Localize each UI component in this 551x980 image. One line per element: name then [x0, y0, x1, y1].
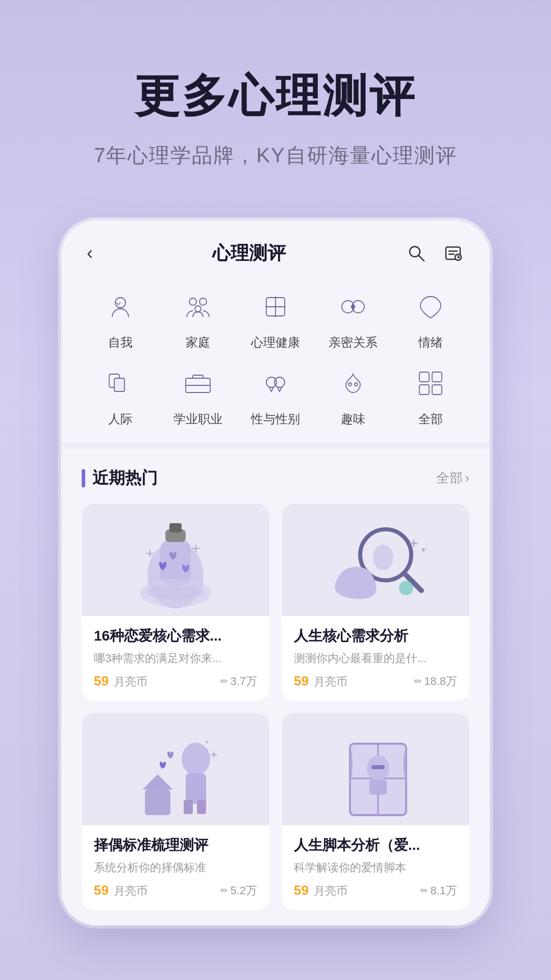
category-interpersonal[interactable]: 人际	[82, 363, 159, 427]
search-icon[interactable]	[405, 242, 428, 264]
svg-point-48	[182, 743, 210, 775]
pencil-icon-1: ✏	[220, 676, 228, 687]
category-relationship[interactable]: 亲密关系	[314, 286, 392, 351]
pencil-icon-3: ✏	[220, 885, 228, 896]
card-2-footer: 59 月亮币 ✏ 18.8万	[294, 673, 457, 690]
card-3-count: ✏ 5.2万	[220, 883, 257, 898]
svg-point-45	[373, 545, 393, 570]
card-4-price: 59	[294, 883, 309, 898]
card-2-price-unit: 月亮币	[314, 675, 347, 688]
category-family[interactable]: 家庭	[159, 286, 237, 351]
hero-title: 更多心理测评	[31, 71, 520, 121]
svg-point-46	[399, 581, 413, 595]
card-4-footer: 59 月亮币 ✏ 8.1万	[294, 883, 457, 899]
svg-rect-28	[419, 385, 429, 395]
card-2-count: ✏ 18.8万	[414, 674, 457, 689]
card-1-title: 16种恋爱核心需求...	[94, 626, 257, 646]
pencil-icon-2: ✏	[414, 676, 422, 687]
svg-rect-49	[186, 773, 206, 804]
category-emotion-label: 情绪	[418, 334, 443, 351]
svg-rect-26	[419, 372, 429, 382]
family-icon	[178, 286, 218, 327]
svg-line-1	[419, 256, 424, 261]
category-all-label: 全部	[418, 411, 443, 427]
card-4-title: 人生脚本分析（爱...	[294, 836, 457, 855]
relationship-icon	[333, 286, 373, 327]
nav-icons	[405, 242, 464, 264]
category-all[interactable]: 全部	[392, 363, 469, 427]
svg-rect-29	[432, 385, 442, 395]
category-family-label: 家庭	[186, 334, 210, 351]
svg-rect-61	[369, 779, 387, 795]
svg-rect-33	[169, 523, 182, 532]
card-4-body: 人生脚本分析（爱... 科学解读你的爱情脚本 59 月亮币 ✏ 8.1万	[282, 825, 469, 910]
card-1[interactable]: 16种恋爱核心需求... 哪3种需求的满足对你来... 59 月亮币 ✏ 3.7…	[82, 504, 269, 701]
hot-all-button[interactable]: 全部 ›	[436, 469, 469, 487]
svg-point-22	[266, 377, 277, 387]
svg-rect-51	[197, 800, 206, 814]
category-mental-health-label: 心理健康	[251, 334, 300, 351]
category-interpersonal-label: 人际	[108, 411, 133, 427]
card-1-desc: 哪3种需求的满足对你来...	[94, 651, 257, 666]
mental-health-icon	[255, 286, 296, 327]
svg-point-17	[351, 305, 355, 309]
svg-rect-47	[145, 790, 170, 815]
card-1-count: ✏ 3.7万	[220, 674, 257, 689]
category-gender[interactable]: 性与性别	[237, 363, 314, 427]
card-2-title: 人生核心需求分析	[294, 626, 457, 646]
pencil-icon-4: ✏	[420, 885, 428, 896]
svg-rect-27	[432, 372, 442, 382]
card-3-image	[82, 713, 269, 825]
svg-rect-62	[371, 765, 385, 769]
card-1-price-unit: 月亮币	[114, 675, 147, 688]
cards-grid: 16种恋爱核心需求... 哪3种需求的满足对你来... 59 月亮币 ✏ 3.7…	[82, 504, 469, 910]
category-emotion[interactable]: 情绪	[392, 286, 469, 351]
card-1-footer: 59 月亮币 ✏ 3.7万	[94, 673, 257, 690]
card-2-desc: 测测你内心最看重的是什...	[294, 651, 457, 666]
svg-rect-19	[114, 378, 124, 391]
card-4-price-unit: 月亮币	[314, 885, 347, 897]
svg-point-24	[348, 383, 352, 386]
card-4-desc: 科学解读你的爱情脚本	[294, 860, 457, 875]
hot-section: 近期热门 全部 ›	[61, 449, 490, 925]
card-3-price: 59	[94, 883, 109, 898]
hero-section: 更多心理测评 7年心理学品牌，KY自研海量心理测评	[0, 0, 551, 210]
category-mental-health[interactable]: 心理健康	[237, 286, 314, 351]
category-section: 自我 家庭 心理健康	[61, 276, 490, 443]
category-interest-label: 趣味	[341, 411, 365, 427]
category-grid: 自我 家庭 心理健康	[82, 286, 469, 427]
gender-icon	[255, 363, 296, 404]
category-self[interactable]: 自我	[82, 286, 159, 351]
hot-header: 近期热门 全部 ›	[82, 467, 469, 489]
category-interest[interactable]: 趣味	[314, 363, 392, 427]
hot-title-wrap: 近期热门	[82, 467, 158, 489]
card-1-price: 59	[94, 673, 109, 689]
card-3-price-unit: 月亮币	[114, 885, 147, 897]
svg-point-10	[199, 298, 207, 305]
card-3-desc: 系统分析你的择偶标准	[94, 860, 257, 875]
nav-bar: ‹ 心理测评	[61, 220, 490, 276]
back-button[interactable]: ‹	[87, 242, 93, 264]
card-4[interactable]: 人生脚本分析（爱... 科学解读你的爱情脚本 59 月亮币 ✏ 8.1万	[282, 713, 469, 910]
card-2-image	[282, 504, 469, 616]
card-3-body: 择偶标准梳理测评 系统分析你的择偶标准 59 月亮币 ✏ 5.2万	[82, 825, 269, 910]
grid-icon	[410, 363, 451, 404]
interest-icon	[333, 363, 373, 404]
card-1-body: 16种恋爱核心需求... 哪3种需求的满足对你来... 59 月亮币 ✏ 3.7…	[82, 616, 269, 701]
emotion-icon	[410, 286, 451, 327]
svg-point-11	[195, 306, 201, 312]
card-2-body: 人生核心需求分析 测测你内心最看重的是什... 59 月亮币 ✏ 18.8万	[282, 616, 469, 701]
card-3[interactable]: 择偶标准梳理测评 系统分析你的择偶标准 59 月亮币 ✏ 5.2万	[82, 713, 269, 910]
history-icon[interactable]	[442, 242, 464, 264]
card-2-price: 59	[294, 673, 309, 689]
svg-point-25	[355, 383, 358, 386]
category-self-label: 自我	[108, 334, 133, 351]
phone-mockup: ‹ 心理测评	[61, 220, 490, 925]
hero-subtitle: 7年心理学品牌，KY自研海量心理测评	[31, 141, 520, 169]
svg-rect-50	[184, 800, 193, 814]
card-2[interactable]: 人生核心需求分析 测测你内心最看重的是什... 59 月亮币 ✏ 18.8万	[282, 504, 469, 701]
category-career[interactable]: 学业职业	[159, 363, 237, 427]
card-3-footer: 59 月亮币 ✏ 5.2万	[94, 883, 257, 899]
card-4-count: ✏ 8.1万	[420, 883, 457, 898]
svg-point-9	[189, 298, 196, 305]
